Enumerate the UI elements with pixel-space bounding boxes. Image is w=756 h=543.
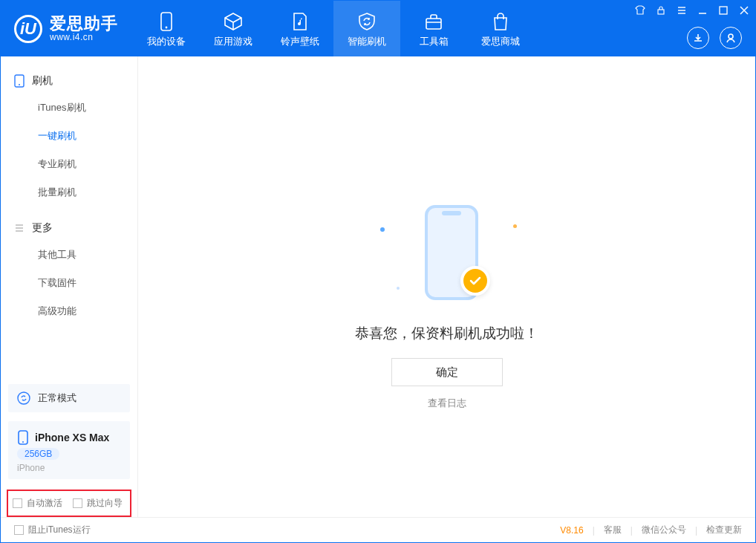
device-card[interactable]: iPhone XS Max 256GB iPhone: [8, 421, 130, 479]
app-logo: iU 爱思助手 www.i4.cn: [1, 1, 133, 56]
footer: 阻止iTunes运行 V8.16 | 客服 | 微信公众号 | 检查更新: [1, 517, 755, 542]
device-icon: [17, 430, 29, 445]
nav-toolbox[interactable]: 工具箱: [400, 1, 467, 56]
sync-icon: [17, 391, 30, 405]
refresh-shield-icon: [356, 11, 377, 32]
success-illustration: [373, 198, 521, 316]
svg-point-8: [18, 392, 30, 404]
app-name-cn: 爱思助手: [50, 15, 118, 33]
view-log-link[interactable]: 查看日志: [428, 397, 466, 410]
device-icon: [156, 11, 177, 32]
mode-card[interactable]: 正常模式: [8, 384, 130, 412]
svg-rect-4: [720, 7, 727, 14]
group-title: 刷机: [32, 74, 53, 88]
sidebar-item-pro-flash[interactable]: 专业刷机: [1, 150, 137, 178]
checkbox-label: 自动激活: [27, 497, 62, 510]
nav-label: 爱思商城: [481, 35, 520, 48]
highlighted-options: 自动激活 跳过向导: [7, 490, 131, 517]
nav-label: 工具箱: [420, 35, 449, 48]
sidebar-item-download-fw[interactable]: 下载固件: [1, 269, 137, 297]
footer-link-wechat[interactable]: 微信公众号: [642, 524, 686, 536]
nav-label: 应用游戏: [214, 35, 252, 48]
bag-icon: [490, 11, 511, 32]
nav-store[interactable]: 爱思商城: [467, 1, 534, 56]
user-button[interactable]: [720, 27, 742, 49]
close-icon[interactable]: [737, 4, 751, 17]
toolbox-icon: [423, 11, 444, 32]
sidebar-item-advanced[interactable]: 高级功能: [1, 297, 137, 325]
main-nav: 我的设备 应用游戏 铃声壁纸 智能刷机 工具箱: [133, 1, 534, 56]
svg-point-1: [166, 26, 168, 28]
logo-icon: iU: [14, 15, 42, 43]
lock-icon[interactable]: [654, 4, 668, 17]
nav-ringtones[interactable]: 铃声壁纸: [267, 1, 333, 56]
nav-label: 我的设备: [147, 35, 186, 48]
sparkle-icon: [513, 224, 517, 228]
footer-link-support[interactable]: 客服: [604, 524, 622, 536]
music-file-icon: [290, 11, 310, 32]
sidebar-item-oneclick-flash[interactable]: 一键刷机: [1, 122, 137, 150]
svg-rect-2: [426, 19, 441, 29]
checkbox-auto-activate[interactable]: 自动激活: [13, 497, 62, 510]
ok-button[interactable]: 确定: [391, 358, 503, 386]
group-title: 更多: [32, 221, 53, 235]
sparkle-icon: [380, 227, 385, 232]
header: iU 爱思助手 www.i4.cn 我的设备 应用游戏 铃声壁纸: [1, 1, 755, 56]
svg-point-10: [22, 441, 24, 443]
nav-label: 智能刷机: [348, 35, 386, 48]
checkbox-block-itunes[interactable]: 阻止iTunes运行: [14, 524, 91, 536]
svg-point-7: [19, 84, 20, 85]
checkbox-icon: [13, 498, 22, 508]
sidebar: 刷机 iTunes刷机 一键刷机 专业刷机 批量刷机 更多 其他工具 下载固件 …: [1, 56, 138, 517]
shirt-icon[interactable]: [633, 4, 647, 17]
nav-apps[interactable]: 应用游戏: [200, 1, 267, 56]
maximize-icon[interactable]: [717, 4, 730, 17]
menu-icon[interactable]: [675, 4, 688, 17]
device-name: iPhone XS Max: [35, 432, 109, 443]
sparkle-icon: [397, 287, 400, 290]
device-type: iPhone: [17, 463, 45, 473]
checkbox-skip-guide[interactable]: 跳过向导: [73, 497, 123, 510]
mode-label: 正常模式: [38, 391, 76, 405]
nav-my-device[interactable]: 我的设备: [133, 1, 200, 56]
svg-rect-3: [658, 10, 664, 14]
footer-link-update[interactable]: 检查更新: [706, 524, 742, 536]
version-label: V8.16: [560, 525, 583, 536]
sidebar-item-other-tools[interactable]: 其他工具: [1, 241, 137, 269]
sidebar-group-more: 更多: [1, 217, 137, 241]
app-name-en: www.i4.cn: [50, 33, 118, 42]
sidebar-item-itunes-flash[interactable]: iTunes刷机: [1, 94, 137, 122]
nav-label: 铃声壁纸: [281, 35, 319, 48]
minimize-icon[interactable]: [696, 4, 709, 17]
checkbox-label: 跳过向导: [87, 497, 123, 510]
success-check-icon: [460, 266, 490, 296]
checkbox-icon: [73, 498, 82, 508]
svg-point-5: [729, 34, 733, 39]
sidebar-item-batch-flash[interactable]: 批量刷机: [1, 178, 137, 207]
window-controls: [633, 4, 751, 17]
download-button[interactable]: [687, 27, 709, 49]
sidebar-group-flash: 刷机: [1, 70, 137, 94]
nav-flash[interactable]: 智能刷机: [333, 1, 400, 56]
storage-badge: 256GB: [17, 448, 59, 460]
list-icon: [14, 223, 25, 233]
success-message: 恭喜您，保资料刷机成功啦！: [355, 324, 538, 343]
main-content: 恭喜您，保资料刷机成功啦！ 确定 查看日志: [138, 56, 755, 517]
cube-icon: [223, 11, 244, 32]
checkbox-icon: [14, 525, 24, 535]
phone-icon: [14, 74, 25, 88]
checkbox-label: 阻止iTunes运行: [28, 524, 91, 536]
